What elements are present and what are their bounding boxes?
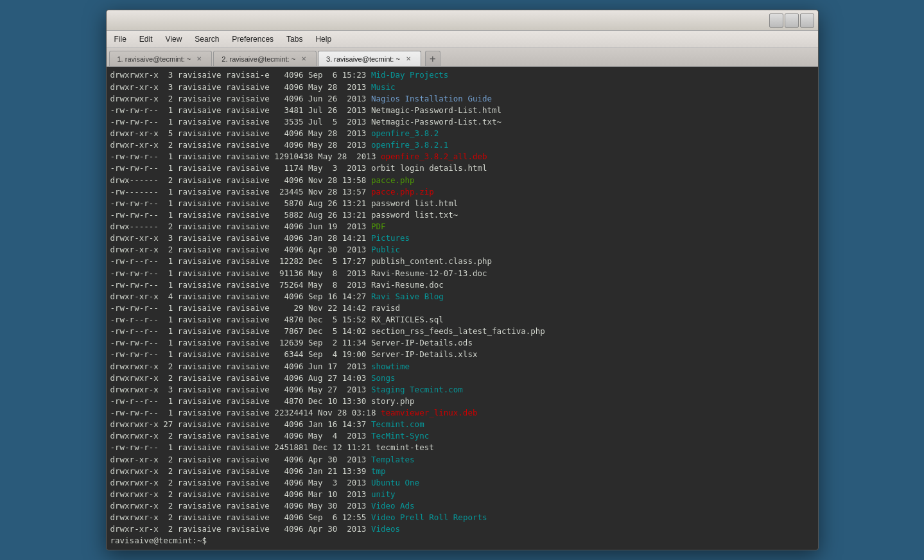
menubar: File Edit View Search Preferences Tabs H… — [107, 31, 818, 48]
table-row: drwxr-xr-x 2 ravisaive ravisaive 4096 Ma… — [110, 139, 814, 151]
terminal-wrapper: drwxrwxr-x 3 ravisaive ravisai-e 4096 Se… — [107, 67, 818, 549]
table-row: -rw-rw-r-- 1 ravisaive ravisaive 29 Nov … — [110, 302, 814, 314]
terminal-content[interactable]: drwxrwxr-x 3 ravisaive ravisai-e 4096 Se… — [107, 67, 818, 549]
table-row: drwxr-xr-x 4 ravisaive ravisaive 4096 Se… — [110, 291, 814, 302]
table-row: -rw-rw-r-- 1 ravisaive ravisaive 5870 Au… — [110, 198, 814, 209]
table-row: -rw-rw-r-- 1 ravisaive ravisaive 2232441… — [110, 407, 814, 419]
table-row: -rw-r--r-- 1 ravisaive ravisaive 12282 D… — [110, 256, 814, 267]
table-row: drwxr-xr-x 2 ravisaive ravisaive 4096 Ap… — [110, 454, 814, 466]
tabbar: 1. ravisaive@tecmint: ~ ✕ 2. ravisaive@t… — [107, 48, 818, 67]
table-row: drwx------ 2 ravisaive ravisaive 4096 Ju… — [110, 221, 814, 232]
table-row: drwxr-xr-x 5 ravisaive ravisaive 4096 Ma… — [110, 128, 814, 139]
titlebar — [107, 10, 818, 31]
tab-3[interactable]: 3. ravisaive@tecmint: ~ ✕ — [318, 51, 421, 66]
table-row: -rw-rw-r-- 1 ravisaive ravisaive 5882 Au… — [110, 209, 814, 221]
menu-edit[interactable]: Edit — [134, 33, 158, 45]
window-controls — [769, 13, 814, 28]
table-row: drwxrwxr-x 2 ravisaive ravisaive 4096 Au… — [110, 372, 814, 384]
table-row: drwxrwxr-x 2 ravisaive ravisaive 4096 Ju… — [110, 361, 814, 372]
table-row: -rw-rw-r-- 1 ravisaive ravisaive 1174 Ma… — [110, 162, 814, 174]
table-row: drwxr-xr-x 2 ravisaive ravisaive 4096 Ap… — [110, 523, 814, 535]
table-row: drwxr-xr-x 3 ravisaive ravisaive 4096 Ja… — [110, 232, 814, 244]
table-row: -rw-r--r-- 1 ravisaive ravisaive 7867 De… — [110, 326, 814, 337]
tab-1-close[interactable]: ✕ — [195, 55, 204, 64]
maximize-button[interactable] — [785, 13, 799, 28]
table-row: drwxrwxr-x 2 ravisaive ravisaive 4096 Se… — [110, 512, 814, 523]
table-row: -rw-r--r-- 1 ravisaive ravisaive 4870 De… — [110, 314, 814, 326]
table-row: drwxrwxr-x 2 ravisaive ravisaive 4096 Ja… — [110, 466, 814, 477]
table-row: -rw-rw-r-- 1 ravisaive ravisaive 2451881… — [110, 442, 814, 453]
tab-3-label: 3. ravisaive@tecmint: ~ — [326, 55, 400, 63]
tab-2-label: 2. ravisaive@tecmint: ~ — [222, 55, 295, 63]
table-row: -rw-rw-r-- 1 ravisaive ravisaive 6344 Se… — [110, 349, 814, 360]
table-row: drwxrwxr-x 3 ravisaive ravisaive 4096 Ma… — [110, 384, 814, 396]
table-row: -rw-r--r-- 1 ravisaive ravisaive 4870 De… — [110, 396, 814, 407]
menu-tabs[interactable]: Tabs — [281, 33, 308, 45]
table-row: -rw-rw-r-- 1 ravisaive ravisaive 3535 Ju… — [110, 116, 814, 128]
table-row: drwxrwxr-x 27 ravisaive ravisaive 4096 J… — [110, 419, 814, 430]
table-row: -rw-rw-r-- 1 ravisaive ravisaive 1291043… — [110, 151, 814, 162]
menu-file[interactable]: File — [109, 33, 132, 45]
table-row: drwxrwxr-x 2 ravisaive ravisaive 4096 Ma… — [110, 430, 814, 442]
minimize-button[interactable] — [769, 13, 783, 28]
table-row: drwxr-xr-x 2 ravisaive ravisaive 4096 Ap… — [110, 244, 814, 256]
table-row: -rw-rw-r-- 1 ravisaive ravisaive 75264 M… — [110, 279, 814, 291]
table-row: -rw-rw-r-- 1 ravisaive ravisaive 12639 S… — [110, 337, 814, 349]
terminal-window: File Edit View Search Preferences Tabs H… — [106, 10, 819, 550]
tab-1-label: 1. ravisaive@tecmint: ~ — [118, 55, 191, 63]
add-tab-button[interactable]: + — [425, 51, 440, 66]
menu-search[interactable]: Search — [189, 33, 224, 45]
tab-3-close[interactable]: ✕ — [404, 55, 413, 64]
table-row: drwxrwxr-x 2 ravisaive ravisaive 4096 Ju… — [110, 93, 814, 105]
tab-2-close[interactable]: ✕ — [299, 55, 308, 64]
table-row: drwxrwxr-x 2 ravisaive ravisaive 4096 Ma… — [110, 500, 814, 512]
table-row: drwxrwxr-x 2 ravisaive ravisaive 4096 Ma… — [110, 489, 814, 500]
table-row: drwxrwxr-x 3 ravisaive ravisai-e 4096 Se… — [110, 69, 814, 81]
table-row: drwx------ 2 ravisaive ravisaive 4096 No… — [110, 175, 814, 186]
table-row: -rw-rw-r-- 1 ravisaive ravisaive 91136 M… — [110, 268, 814, 279]
table-row: drwxr-xr-x 3 ravisaive ravisaive 4096 Ma… — [110, 82, 814, 93]
tab-1[interactable]: 1. ravisaive@tecmint: ~ ✕ — [109, 51, 213, 66]
close-button[interactable] — [800, 13, 814, 28]
menu-view[interactable]: View — [161, 33, 187, 45]
table-row: -rw-rw-r-- 1 ravisaive ravisaive 3481 Ju… — [110, 105, 814, 116]
table-row: drwxrwxr-x 2 ravisaive ravisaive 4096 Ma… — [110, 477, 814, 489]
menu-help[interactable]: Help — [310, 33, 336, 45]
prompt-line: ravisaive@tecmint:~$ — [110, 535, 814, 547]
tab-2[interactable]: 2. ravisaive@tecmint: ~ ✕ — [213, 51, 317, 66]
menu-preferences[interactable]: Preferences — [227, 33, 279, 45]
table-row: -rw------- 1 ravisaive ravisaive 23445 N… — [110, 186, 814, 198]
